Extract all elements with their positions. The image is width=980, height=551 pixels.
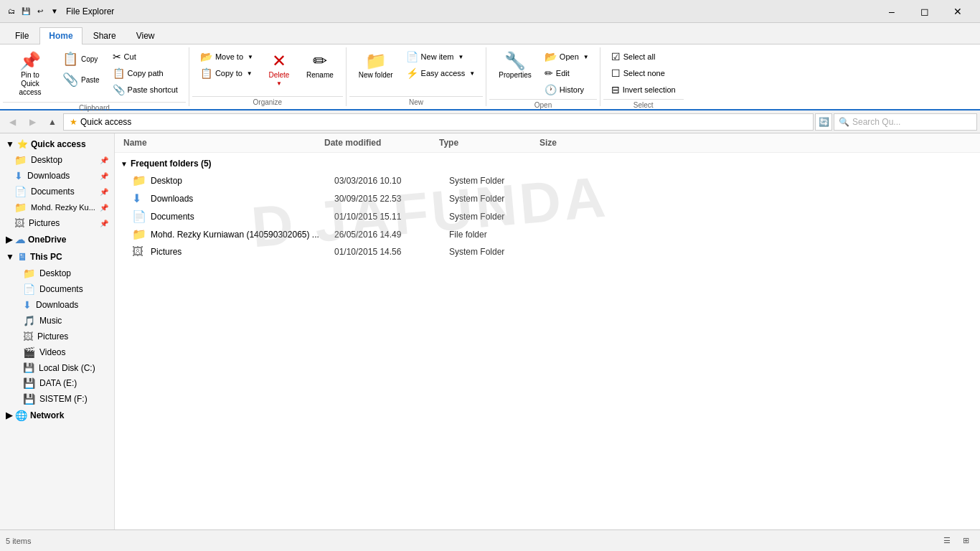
onedrive-icon: ☁ <box>15 234 25 245</box>
frequent-folders-header[interactable]: ▼ Frequent folders (5) <box>115 153 980 171</box>
sidebar-item-sistem[interactable]: 💾 SISTEM (F:) <box>9 391 114 407</box>
copy-to-button[interactable]: 📋 Copy to ▼ <box>195 65 258 81</box>
sidebar-item-desktop2[interactable]: 📁 Desktop <box>9 265 114 281</box>
view-details-button[interactable]: ☰ <box>938 533 956 549</box>
col-size-header[interactable]: Size <box>537 136 608 149</box>
history-button[interactable]: 🕐 History <box>540 82 594 98</box>
forward-button[interactable]: ▶ <box>23 113 42 131</box>
properties-icon: 🔧 <box>504 52 526 70</box>
select-none-button[interactable]: ☐ Select none <box>606 65 681 81</box>
open-button[interactable]: 📂 Open ▼ <box>540 49 594 65</box>
sidebar-onedrive-header[interactable]: ▶ ☁ OneDrive <box>0 231 114 248</box>
sidebar-network-header[interactable]: ▶ 🌐 Network <box>0 407 114 424</box>
copy-button[interactable]: 📋 Copy <box>56 49 106 69</box>
sidebar-item-local-disk[interactable]: 💾 Local Disk (C:) <box>9 360 114 375</box>
delete-button[interactable]: ✕ Delete ▼ <box>260 49 298 90</box>
sidebar-item-videos[interactable]: 🎬 Videos <box>9 344 114 360</box>
sidebar-item-pictures[interactable]: 🖼 Pictures 📌 <box>0 215 114 231</box>
chevron-down-thispc-icon: ▼ <box>6 252 14 262</box>
titlebar-icons: 🗂 💾 ↩ ▼ <box>6 6 60 17</box>
ribbon-group-new: 📁 New folder 📄 New item ▼ ⚡ Easy access … <box>347 47 486 106</box>
content-area: Name Date modified Type Size ▼ Frequent … <box>115 133 980 529</box>
edit-icon: ✏ <box>545 67 553 79</box>
menu-arrow-icon[interactable]: ▼ <box>49 6 60 17</box>
minimize-button[interactable]: – <box>875 0 908 23</box>
sidebar-sistem-label: SISTEM (F:) <box>39 394 88 404</box>
table-row[interactable]: ⬇ Downloads 30/09/2015 22.53 System Fold… <box>115 189 980 207</box>
sidebar-music-label: Music <box>39 316 62 326</box>
history-icon: 🕐 <box>545 84 557 95</box>
view-large-icons-button[interactable]: ⊞ <box>957 533 974 549</box>
table-row[interactable]: 🖼 Pictures 01/10/2015 14.56 System Folde… <box>115 243 980 260</box>
table-row[interactable]: 📁 Mohd. Rezky Kurniawan (140590302065) .… <box>115 225 980 243</box>
data-drive-icon: 💾 <box>23 377 35 389</box>
undo-icon[interactable]: ↩ <box>34 6 46 17</box>
app-icon: 🗂 <box>6 6 17 17</box>
sidebar-quick-access-header[interactable]: ▼ ⭐ Quick access <box>0 136 114 152</box>
easy-access-button[interactable]: ⚡ Easy access ▼ <box>401 65 481 81</box>
table-row[interactable]: 📁 Desktop 03/03/2016 10.10 System Folder <box>115 171 980 189</box>
rename-button[interactable]: ✏ Rename <box>300 49 340 83</box>
sidebar-item-music[interactable]: 🎵 Music <box>9 313 114 329</box>
sidebar-data-label: DATA (E:) <box>39 378 77 388</box>
tab-file[interactable]: File <box>6 27 38 44</box>
cut-button[interactable]: ✂ Cut <box>108 49 183 65</box>
sidebar-item-mohd[interactable]: 📁 Mohd. Rezky Ku... 📌 <box>0 199 114 215</box>
file-name: Mohd. Rezky Kurniawan (140590302065) ... <box>151 230 334 240</box>
paste-button[interactable]: 📎 Paste <box>56 70 106 90</box>
pin-icon: 📌 <box>19 52 41 70</box>
file-date: 01/10/2015 15.11 <box>334 212 449 222</box>
address-box[interactable]: ★ Quick access <box>63 113 814 131</box>
ribbon: 📌 Pin to Quick access 📋 Copy 📎 Paste ✂ C… <box>0 44 980 110</box>
sidebar-documents2-label: Documents <box>39 284 83 294</box>
pin-quick-access-button[interactable]: 📌 Pin to Quick access <box>6 49 55 100</box>
organize-col: 📂 Move to ▼ 📋 Copy to ▼ <box>195 49 258 81</box>
copy-path-button[interactable]: 📋 Copy path <box>108 65 183 81</box>
col-name-header[interactable]: Name <box>121 136 321 149</box>
sidebar-downloads2-label: Downloads <box>36 300 78 310</box>
ribbon-tabs: File Home Share View <box>0 23 980 44</box>
copy-path-icon: 📋 <box>113 67 125 79</box>
close-button[interactable]: ✕ <box>941 0 974 23</box>
sidebar-item-pictures2[interactable]: 🖼 Pictures <box>9 329 114 344</box>
rename-icon: ✏ <box>313 52 327 70</box>
properties-button[interactable]: 🔧 Properties <box>492 49 538 83</box>
sidebar-thispc-header[interactable]: ▼ 🖥 This PC <box>0 248 114 265</box>
up-button[interactable]: ▲ <box>43 113 62 131</box>
back-button[interactable]: ◀ <box>3 113 22 131</box>
chevron-right-network-icon: ▶ <box>6 410 12 420</box>
paste-shortcut-button[interactable]: 📎 Paste shortcut <box>108 82 183 98</box>
invert-selection-button[interactable]: ⊟ Invert selection <box>606 82 681 98</box>
sidebar-item-documents[interactable]: 📄 Documents 📌 <box>0 184 114 199</box>
tab-view[interactable]: View <box>127 27 164 44</box>
maximize-button[interactable]: ◻ <box>908 0 941 23</box>
col-type-header[interactable]: Type <box>436 136 537 149</box>
refresh-button[interactable]: 🔄 <box>815 113 832 131</box>
table-row[interactable]: 📄 Documents 01/10/2015 15.11 System Fold… <box>115 207 980 225</box>
search-box[interactable]: 🔍 Search Qu... <box>834 113 977 131</box>
titlebar-text: File Explorer <box>66 6 114 17</box>
quick-save-icon[interactable]: 💾 <box>20 6 32 17</box>
local-disk-icon: 💾 <box>23 362 34 373</box>
tab-home[interactable]: Home <box>39 27 82 44</box>
sidebar-item-downloads[interactable]: ⬇ Downloads 📌 <box>0 168 114 184</box>
new-label: New <box>349 96 483 106</box>
file-name: Desktop <box>151 176 334 186</box>
new-item-button[interactable]: 📄 New item ▼ <box>401 49 481 65</box>
col-date-header[interactable]: Date modified <box>321 136 436 149</box>
edit-button[interactable]: ✏ Edit <box>540 65 594 81</box>
sidebar-item-documents2[interactable]: 📄 Documents <box>9 281 114 297</box>
sidebar-item-data[interactable]: 💾 DATA (E:) <box>9 375 114 391</box>
new-folder-button[interactable]: 📁 New folder <box>352 49 400 83</box>
quick-access-label: Quick access <box>31 139 86 149</box>
move-to-button[interactable]: 📂 Move to ▼ <box>195 49 258 65</box>
sidebar-item-downloads2[interactable]: ⬇ Downloads <box>9 297 114 313</box>
sidebar-item-desktop[interactable]: 📁 Desktop 📌 <box>0 152 114 168</box>
file-icon: 📄 <box>132 209 146 223</box>
file-name: Pictures <box>151 247 334 257</box>
paste-shortcut-icon: 📎 <box>113 84 125 95</box>
select-all-button[interactable]: ☑ Select all <box>606 49 681 65</box>
organize-label: Organize <box>192 96 343 106</box>
tab-share[interactable]: Share <box>84 27 126 44</box>
open-icon: 📂 <box>545 51 557 62</box>
